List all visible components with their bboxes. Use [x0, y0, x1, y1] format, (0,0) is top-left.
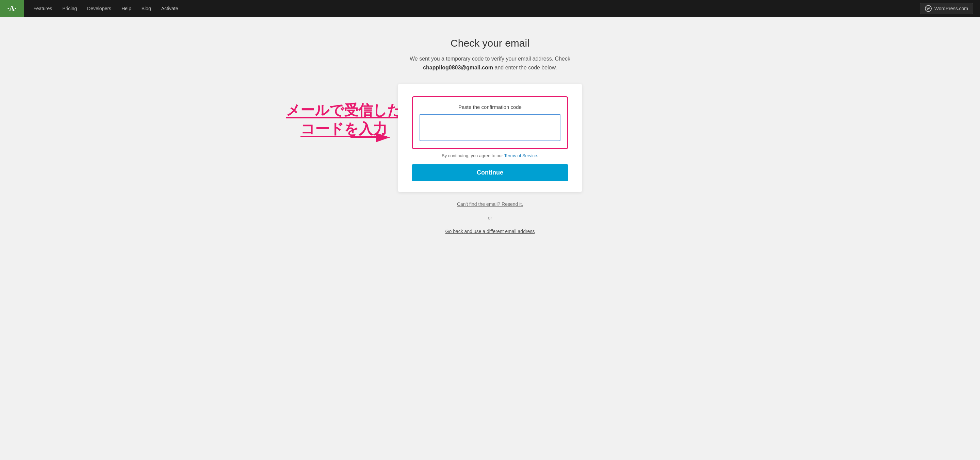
divider-text: or — [488, 215, 492, 220]
terms-static: By continuing, you agree to our — [442, 153, 503, 158]
logo[interactable]: ·A· — [0, 0, 24, 17]
nav-developers[interactable]: Developers — [83, 4, 115, 13]
continue-button[interactable]: Continue — [412, 164, 568, 181]
terms-link[interactable]: Terms of Service — [504, 153, 537, 158]
terms-text: By continuing, you agree to our Terms of… — [412, 153, 568, 158]
confirmation-code-input[interactable] — [420, 114, 560, 141]
nav-help[interactable]: Help — [118, 4, 135, 13]
code-section: Paste the confirmation code — [412, 96, 568, 149]
divider: or — [398, 215, 582, 220]
wordpress-label: WordPress.com — [934, 6, 968, 11]
wordpress-icon: W — [925, 5, 932, 12]
go-back-link[interactable]: Go back and use a different email addres… — [445, 229, 535, 234]
nav-features[interactable]: Features — [29, 4, 56, 13]
nav-activate[interactable]: Activate — [157, 4, 182, 13]
terms-period: . — [537, 153, 538, 158]
divider-line-right — [498, 218, 582, 218]
email-address: chappilog0803@gmail.com — [423, 65, 493, 70]
annotation-line1: メールで受信した — [286, 101, 402, 120]
divider-line-left — [398, 218, 482, 218]
nav-links: Features Pricing Developers Help Blog Ac… — [24, 4, 920, 13]
subtitle-part2: and enter the code below. — [495, 65, 557, 70]
logo-text: ·A· — [8, 4, 17, 13]
main-content: Check your email We sent you a temporary… — [0, 17, 980, 261]
subtitle-part1: We sent you a temporary code to verify y… — [410, 56, 570, 62]
wordpress-link[interactable]: W WordPress.com — [920, 3, 973, 14]
page-title: Check your email — [450, 37, 530, 49]
resend-link[interactable]: Can't find the email? Resend it. — [457, 201, 523, 207]
navbar: ·A· Features Pricing Developers Help Blo… — [0, 0, 980, 17]
code-label: Paste the confirmation code — [420, 104, 560, 110]
page-subtitle: We sent you a temporary code to verify y… — [410, 54, 570, 72]
nav-pricing[interactable]: Pricing — [58, 4, 81, 13]
annotation-arrow — [350, 131, 395, 146]
verification-card: Paste the confirmation code By continuin… — [398, 84, 582, 192]
nav-blog[interactable]: Blog — [137, 4, 155, 13]
